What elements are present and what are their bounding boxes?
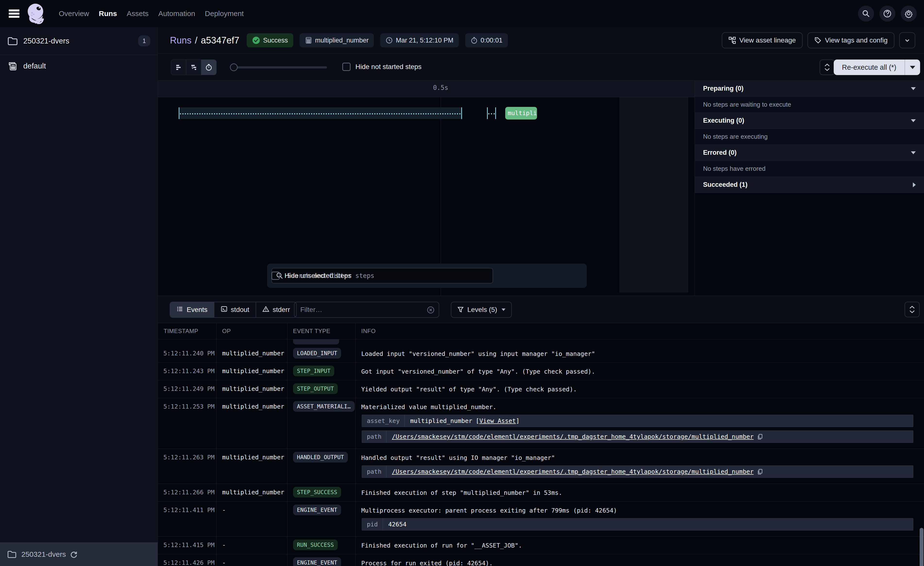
copy-button[interactable] bbox=[757, 434, 763, 440]
reexecute-menu-button[interactable] bbox=[905, 60, 920, 75]
nav-item-overview[interactable]: Overview bbox=[59, 9, 89, 18]
event-info-text: Got input "versioned_number" of type "An… bbox=[361, 367, 914, 376]
table-row[interactable]: 5:12:11.243 PM multiplied_number STEP_IN… bbox=[158, 363, 924, 380]
path-link[interactable]: /Users/smackesey/stm/code/elementl/exper… bbox=[392, 468, 754, 475]
gantt-waiting-bar[interactable] bbox=[178, 107, 462, 119]
run-actions-menu-button[interactable] bbox=[899, 32, 915, 48]
timed-view-button[interactable] bbox=[201, 60, 216, 75]
gantt-highlight-band bbox=[620, 97, 688, 292]
refresh-icon bbox=[70, 550, 78, 558]
flat-view-button[interactable] bbox=[171, 60, 186, 75]
gantt-step-bar[interactable]: multiplied_number bbox=[505, 107, 537, 119]
event-info: Got input "versioned_number" of type "An… bbox=[356, 363, 924, 380]
step-status-panel: Preparing (0) No steps are waiting to ex… bbox=[694, 81, 924, 296]
hide-unselected-toggle[interactable]: Hide unselected steps bbox=[272, 272, 351, 280]
dagster-logo-icon[interactable] bbox=[26, 3, 45, 24]
asset-tag[interactable]: multiplied_number bbox=[300, 33, 374, 47]
help-button[interactable] bbox=[879, 6, 896, 22]
step-section-message: No steps are waiting to execute bbox=[695, 97, 924, 113]
metadata-value: /Users/smackesey/stm/code/elementl/exper… bbox=[387, 431, 769, 443]
tab-stderr[interactable]: stderr bbox=[256, 302, 296, 317]
log-filter bbox=[294, 302, 439, 318]
table-row[interactable]: 5:12:11.240 PM multiplied_number LOADED_… bbox=[158, 345, 924, 363]
event-type-badge: STEP_OUTPUT bbox=[293, 383, 338, 394]
view-asset-link[interactable]: View Asset bbox=[479, 417, 516, 424]
table-row[interactable]: 5:12:11.249 PM multiplied_number STEP_OU… bbox=[158, 380, 924, 398]
hamburger-menu-icon[interactable] bbox=[9, 9, 20, 18]
gantt-timeline: 0.5s bbox=[158, 81, 694, 97]
step-section-header[interactable]: Errored (0) bbox=[695, 145, 924, 161]
tab-events[interactable]: Events bbox=[170, 302, 214, 317]
sidebar-item-code-location[interactable]: 250321-dvers 1 bbox=[0, 27, 158, 55]
log-filter-input[interactable] bbox=[294, 302, 439, 318]
gantt-zoom-slider[interactable] bbox=[230, 66, 327, 69]
nav-item-automation[interactable]: Automation bbox=[158, 9, 195, 18]
event-type-badge: LOADED_INPUT bbox=[293, 348, 341, 358]
event-op: multiplied_number bbox=[216, 363, 287, 380]
vertical-scrollbar[interactable] bbox=[920, 528, 924, 566]
sidebar-item-label: default bbox=[23, 62, 46, 71]
tab-label: Events bbox=[187, 306, 208, 314]
event-type-badge: HANDLED_OUTPUT bbox=[293, 452, 348, 462]
nav-item-runs[interactable]: Runs bbox=[99, 9, 117, 18]
slider-knob[interactable] bbox=[230, 63, 238, 71]
step-section-header[interactable]: Executing (0) bbox=[695, 113, 924, 129]
reexecute-all-button[interactable]: Re-execute all (*) bbox=[834, 60, 905, 75]
hide-not-started-checkbox[interactable] bbox=[342, 63, 351, 71]
tab-icon bbox=[220, 306, 228, 314]
step-section-header[interactable]: Succeeded (1) bbox=[695, 177, 924, 193]
event-info: Handled output "result" using IO manager… bbox=[356, 449, 924, 484]
event-info-text: Loaded input "versioned_number" using in… bbox=[361, 350, 914, 358]
timeline-tick-label: 0.5s bbox=[433, 84, 448, 91]
path-link[interactable]: /Users/smackesey/stm/code/elementl/exper… bbox=[392, 433, 754, 440]
panel-resize-button[interactable] bbox=[820, 60, 835, 75]
warning-icon bbox=[262, 306, 269, 312]
settings-button[interactable] bbox=[901, 6, 917, 22]
nav-item-assets[interactable]: Assets bbox=[127, 9, 148, 18]
event-timestamp: 5:12:11.426 PM bbox=[158, 554, 216, 566]
event-info: Yielded output "result" of type "Any". (… bbox=[356, 381, 924, 398]
sidebar-item-label: 250321-dvers bbox=[23, 37, 69, 45]
breadcrumb: Runs / a5347ef7 bbox=[170, 35, 239, 46]
gantt-waiting-bar-small[interactable] bbox=[487, 107, 496, 119]
tab-icon bbox=[262, 306, 269, 314]
event-timestamp: 5:12:11.253 PM bbox=[158, 398, 216, 449]
hide-unselected-checkbox[interactable] bbox=[272, 272, 280, 280]
levels-filter-button[interactable]: Levels (5) bbox=[451, 302, 512, 318]
copy-button[interactable] bbox=[757, 468, 763, 475]
step-status-section: Succeeded (1) bbox=[695, 177, 924, 193]
step-section-header[interactable]: Preparing (0) bbox=[695, 81, 924, 97]
table-row[interactable]: 5:12:11.426 PM - ENGINE_EVENT Process fo… bbox=[158, 554, 924, 566]
tab-stdout[interactable]: stdout bbox=[214, 302, 256, 317]
log-panel-resize-button[interactable] bbox=[904, 302, 920, 317]
metadata-label: path bbox=[362, 431, 387, 443]
gantt-body: multiplied_number Hide unselected steps bbox=[158, 97, 694, 296]
event-type-badge: RUN_SUCCESS bbox=[293, 539, 338, 550]
footer-location-label: 250321-dvers bbox=[21, 550, 66, 558]
metadata-row: pid 42654 bbox=[362, 518, 914, 531]
table-row[interactable]: 5:12:11.266 PM multiplied_number STEP_SU… bbox=[158, 484, 924, 501]
column-header: EVENT TYPE bbox=[287, 328, 356, 334]
hide-not-started-toggle[interactable]: Hide not started steps bbox=[342, 59, 422, 75]
view-asset-lineage-button[interactable]: View asset lineage bbox=[722, 32, 802, 48]
run-id: a5347ef7 bbox=[201, 35, 239, 46]
copy-icon bbox=[757, 468, 763, 475]
sidebar-footer[interactable]: 250321-dvers bbox=[0, 542, 158, 566]
view-tags-config-button[interactable]: View tags and config bbox=[807, 32, 894, 48]
tab-label: stderr bbox=[273, 306, 290, 314]
event-timestamp: 5:12:11.411 PM bbox=[158, 501, 216, 536]
nav-item-deployment[interactable]: Deployment bbox=[205, 9, 244, 18]
sidebar-item-default-group[interactable]: default bbox=[0, 55, 158, 77]
search-button[interactable] bbox=[858, 6, 874, 22]
table-row[interactable]: 5:12:11.415 PM - RUN_SUCCESS Finished ex… bbox=[158, 536, 924, 554]
gantt-search-overlay: Hide unselected steps bbox=[267, 263, 587, 288]
event-type-cell: ASSET_MATERIALI… bbox=[287, 398, 356, 449]
table-row[interactable]: 5:12:11.411 PM - ENGINE_EVENT Multiproce… bbox=[158, 501, 924, 536]
step-section-message: No steps have errored bbox=[695, 161, 924, 177]
breadcrumb-runs-link[interactable]: Runs bbox=[170, 35, 192, 46]
table-row[interactable]: 5:12:11.263 PM multiplied_number HANDLED… bbox=[158, 449, 924, 484]
metadata-value: multiplied_number[View Asset] bbox=[405, 415, 525, 427]
table-row[interactable]: 5:12:11.253 PM multiplied_number ASSET_M… bbox=[158, 398, 924, 449]
waterfall-view-button[interactable] bbox=[186, 60, 201, 75]
list-icon bbox=[177, 306, 183, 312]
